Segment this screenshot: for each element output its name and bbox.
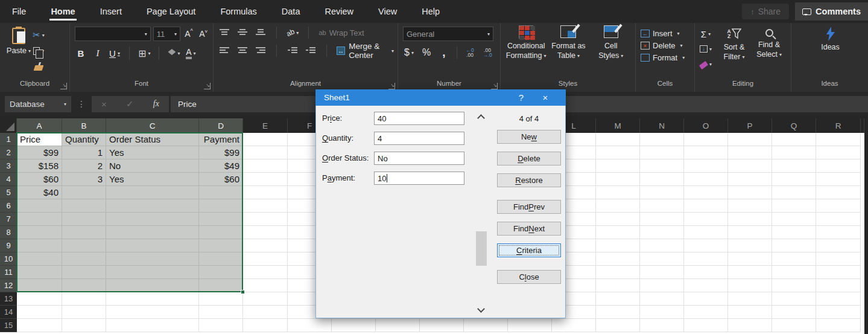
orientation-button[interactable]: ab <box>287 27 299 39</box>
column-header-C[interactable]: C <box>106 118 199 133</box>
name-box[interactable]: Database <box>5 96 71 112</box>
cell-D4[interactable]: $60 <box>199 173 243 186</box>
alignment-dialog-launcher-icon[interactable]: ↘ <box>388 83 395 89</box>
cell-O1[interactable] <box>684 133 728 146</box>
cell-N8[interactable] <box>640 226 684 239</box>
cell-A4[interactable]: $60 <box>17 173 62 186</box>
scroll-down-icon[interactable] <box>477 305 485 313</box>
row-header-4[interactable]: 4 <box>0 173 17 186</box>
row-header-8[interactable]: 8 <box>0 226 17 239</box>
row-header-13[interactable]: 13 <box>0 292 17 306</box>
cell-C11[interactable] <box>106 266 199 279</box>
row-header-7[interactable]: 7 <box>0 213 17 226</box>
cell-O10[interactable] <box>684 252 728 266</box>
cell-P14[interactable] <box>728 306 772 319</box>
cell-O15[interactable] <box>684 319 728 332</box>
cell-M3[interactable] <box>596 159 640 173</box>
cell-E14[interactable] <box>243 306 288 319</box>
cell-B5[interactable] <box>62 186 106 199</box>
cancel-entry-button[interactable]: × <box>101 99 107 109</box>
find-next-button[interactable]: Find Next <box>497 222 561 236</box>
cell-M1[interactable] <box>596 133 640 146</box>
cell-D6[interactable] <box>199 199 243 213</box>
cell-G15[interactable] <box>332 319 376 332</box>
cell-A10[interactable] <box>17 252 62 266</box>
cell-C5[interactable] <box>106 186 199 199</box>
cell-B14[interactable] <box>62 306 106 319</box>
cell-R4[interactable] <box>816 173 861 186</box>
cell-D7[interactable] <box>199 213 243 226</box>
cell-K15[interactable] <box>508 319 552 332</box>
menu-tab-file[interactable]: File <box>11 1 27 22</box>
cell-D5[interactable] <box>199 186 243 199</box>
cell-C7[interactable] <box>106 213 199 226</box>
percent-style-button[interactable]: % <box>420 47 432 59</box>
row-header-9[interactable]: 9 <box>0 239 17 252</box>
cell-M5[interactable] <box>596 186 640 199</box>
cell-C10[interactable] <box>106 252 199 266</box>
cell-N14[interactable] <box>640 306 684 319</box>
format-cells-button[interactable]: Format <box>641 53 685 62</box>
share-button[interactable]: ↑ Share <box>742 4 789 19</box>
cell-Q5[interactable] <box>772 186 816 199</box>
scrollbar-thumb[interactable] <box>476 231 487 266</box>
dialog-close-x-button[interactable]: × <box>533 92 557 103</box>
underline-button[interactable]: U <box>109 47 121 59</box>
align-left-button[interactable] <box>218 45 230 57</box>
cell-C4[interactable]: Yes <box>106 173 199 186</box>
insert-cells-button[interactable]: ←Insert <box>641 29 685 38</box>
cell-N1[interactable] <box>640 133 684 146</box>
cell-C1[interactable]: Order Status <box>106 133 199 146</box>
cell-N4[interactable] <box>640 173 684 186</box>
field-input-price[interactable]: 40 <box>374 112 464 125</box>
row-header-6[interactable]: 6 <box>0 199 17 213</box>
cell-Q11[interactable] <box>772 266 816 279</box>
scroll-up-icon[interactable] <box>477 114 485 122</box>
column-header-O[interactable]: O <box>684 118 728 133</box>
close-button[interactable]: Close <box>497 270 561 284</box>
column-header-E[interactable]: E <box>243 118 288 133</box>
cell-B3[interactable]: 2 <box>62 159 106 173</box>
cell-B11[interactable] <box>62 266 106 279</box>
cell-B10[interactable] <box>62 252 106 266</box>
cell-M2[interactable] <box>596 146 640 159</box>
borders-button[interactable]: ⊞ <box>138 47 150 59</box>
cell-E6[interactable] <box>243 199 288 213</box>
menu-tab-insert[interactable]: Insert <box>99 1 123 22</box>
field-input-payment[interactable]: 10 <box>374 172 464 185</box>
row-header-14[interactable]: 14 <box>0 306 17 319</box>
cell-N5[interactable] <box>640 186 684 199</box>
cell-B8[interactable] <box>62 226 106 239</box>
cell-styles-button[interactable]: Cell Styles <box>591 25 632 80</box>
cell-N12[interactable] <box>640 279 684 292</box>
cell-D3[interactable]: $49 <box>199 159 243 173</box>
row-header-11[interactable]: 11 <box>0 266 17 279</box>
cell-Q4[interactable] <box>772 173 816 186</box>
cell-E9[interactable] <box>243 239 288 252</box>
column-header-R[interactable]: R <box>816 118 861 133</box>
cell-O4[interactable] <box>684 173 728 186</box>
decrease-indent-button[interactable] <box>287 45 299 57</box>
cell-E2[interactable] <box>243 146 288 159</box>
cell-Q7[interactable] <box>772 213 816 226</box>
menu-tab-review[interactable]: Review <box>323 1 355 22</box>
row-header-15[interactable]: 15 <box>0 319 17 332</box>
cell-M8[interactable] <box>596 226 640 239</box>
cell-P5[interactable] <box>728 186 772 199</box>
cell-A7[interactable] <box>17 213 62 226</box>
cell-D15[interactable] <box>199 319 243 332</box>
align-center-button[interactable] <box>236 45 249 57</box>
cell-E15[interactable] <box>243 319 288 332</box>
merge-center-button[interactable]: ↔ Merge & Center <box>337 45 394 57</box>
cell-P8[interactable] <box>728 226 772 239</box>
autosum-button[interactable]: Σ <box>700 28 712 40</box>
cell-N6[interactable] <box>640 199 684 213</box>
cell-O13[interactable] <box>684 292 728 306</box>
cell-A13[interactable] <box>17 292 62 306</box>
align-right-button[interactable] <box>255 45 267 57</box>
cell-D11[interactable] <box>199 266 243 279</box>
cell-B13[interactable] <box>62 292 106 306</box>
dialog-help-button[interactable]: ? <box>509 92 533 103</box>
cell-N15[interactable] <box>640 319 684 332</box>
menu-tab-formulas[interactable]: Formulas <box>219 1 258 22</box>
